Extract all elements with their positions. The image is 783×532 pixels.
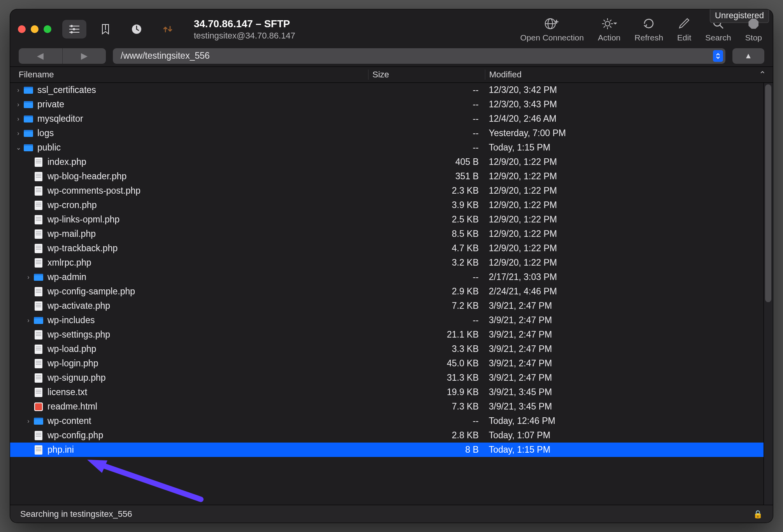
table-row[interactable]: ›private--12/3/20, 3:43 PM (10, 97, 773, 112)
zoom-icon[interactable] (44, 25, 51, 33)
disclosure-icon[interactable]: › (13, 87, 23, 94)
file-icon (33, 172, 44, 182)
lock-icon: 🔒 (753, 509, 763, 519)
toggle-sidebar-icon[interactable] (62, 20, 86, 38)
disclosure-icon[interactable]: › (13, 116, 23, 122)
table-row[interactable]: ›wp-content--Today, 12:46 PM (10, 414, 773, 428)
table-row[interactable]: ›ssl_certificates--12/3/20, 3:42 PM (10, 83, 773, 97)
history-icon[interactable] (125, 20, 149, 38)
file-size: -- (368, 99, 485, 110)
col-filename[interactable]: Filename (10, 70, 368, 80)
path-bar: ◀ ▶ /www/testingsitex_556 ▲ (10, 49, 773, 66)
table-row[interactable]: ›mysqleditor--12/4/20, 2:46 AM (10, 112, 773, 126)
file-modified: 12/4/20, 2:46 AM (485, 114, 773, 124)
table-row[interactable]: wp-config-sample.php2.9 KB2/24/21, 4:46 … (10, 284, 773, 299)
file-icon (33, 215, 44, 225)
file-name: php.ini (47, 444, 368, 455)
file-size: -- (368, 128, 485, 138)
open-connection-button[interactable]: Open Connection (520, 16, 584, 42)
table-row[interactable]: wp-trackback.php4.7 KB12/9/20, 1:22 PM (10, 241, 773, 256)
table-row[interactable]: wp-cron.php3.9 KB12/9/20, 1:22 PM (10, 198, 773, 212)
file-size: 2.9 KB (368, 286, 485, 297)
table-row[interactable]: wp-signup.php31.3 KB3/9/21, 2:47 PM (10, 371, 773, 385)
file-size: 21.1 KB (368, 329, 485, 340)
path-field[interactable]: /www/testingsitex_556 (113, 48, 725, 64)
file-icon (33, 359, 44, 369)
file-modified: 12/9/20, 1:22 PM (485, 157, 773, 167)
go-up-button[interactable]: ▲ (732, 48, 764, 64)
file-modified: 3/9/21, 3:45 PM (485, 401, 773, 412)
file-modified: 12/9/20, 1:22 PM (485, 229, 773, 239)
file-name: private (37, 99, 368, 110)
nav-forward-button[interactable]: ▶ (63, 48, 106, 64)
transfers-icon[interactable] (156, 20, 180, 38)
disclosure-icon[interactable]: › (13, 130, 23, 137)
file-size: -- (368, 416, 485, 426)
col-modified[interactable]: Modified ⌃ (485, 70, 773, 80)
file-size: 8.5 KB (368, 229, 485, 239)
table-row[interactable]: xmlrpc.php3.2 KB12/9/20, 1:22 PM (10, 256, 773, 270)
file-size: 351 B (368, 171, 485, 182)
file-size: 31.3 KB (368, 373, 485, 383)
file-icon (33, 258, 44, 268)
file-size: 4.7 KB (368, 243, 485, 254)
table-row[interactable]: wp-config.php2.8 KBToday, 1:07 PM (10, 428, 773, 443)
file-size: 3.2 KB (368, 257, 485, 268)
table-row[interactable]: ›wp-admin--2/17/21, 3:03 PM (10, 270, 773, 284)
file-name: logs (37, 128, 368, 138)
table-row[interactable]: wp-links-opml.php2.5 KB12/9/20, 1:22 PM (10, 212, 773, 227)
table-row[interactable]: wp-settings.php21.1 KB3/9/21, 2:47 PM (10, 327, 773, 342)
refresh-button[interactable]: Refresh (635, 16, 664, 42)
edit-button[interactable]: Edit (677, 16, 691, 42)
html-file-icon (33, 402, 44, 412)
file-modified: 3/9/21, 2:47 PM (485, 329, 773, 340)
table-row[interactable]: license.txt19.9 KB3/9/21, 3:45 PM (10, 385, 773, 399)
svg-line-23 (720, 25, 723, 28)
disclosure-icon[interactable]: › (23, 317, 33, 324)
nav-back-forward: ◀ ▶ (19, 48, 106, 64)
table-row[interactable]: ›wp-includes--3/9/21, 2:47 PM (10, 313, 773, 327)
file-modified: 12/9/20, 1:22 PM (485, 257, 773, 268)
disclosure-icon[interactable]: › (23, 418, 33, 425)
scrollbar-thumb[interactable] (765, 84, 771, 302)
file-modified: 12/9/20, 1:22 PM (485, 200, 773, 210)
table-row[interactable]: wp-login.php45.0 KB3/9/21, 2:47 PM (10, 356, 773, 371)
col-size[interactable]: Size (368, 70, 485, 80)
file-name: index.php (47, 157, 368, 167)
table-row[interactable]: php.ini8 BToday, 1:15 PM (10, 443, 773, 457)
file-name: wp-settings.php (47, 329, 368, 340)
scrollbar-track[interactable] (764, 83, 773, 505)
disclosure-icon[interactable]: › (23, 274, 33, 281)
bookmarks-icon[interactable] (93, 20, 118, 38)
disclosure-icon[interactable]: › (13, 101, 23, 108)
status-bar: Searching in testingsitex_556 🔒 (10, 505, 773, 523)
table-row[interactable]: ⌄public--Today, 1:15 PM (10, 140, 773, 155)
table-row[interactable]: wp-activate.php7.2 KB3/9/21, 2:47 PM (10, 299, 773, 313)
file-icon (33, 430, 44, 441)
file-modified: Today, 1:07 PM (485, 430, 773, 441)
col-modified-label: Modified (489, 70, 521, 80)
file-icon (33, 373, 44, 383)
close-icon[interactable] (18, 25, 26, 33)
folder-icon (33, 416, 44, 426)
file-name: public (37, 142, 368, 153)
svg-line-20 (604, 26, 605, 28)
file-name: wp-config.php (47, 430, 368, 441)
path-dropdown-icon[interactable] (713, 50, 723, 62)
svg-point-13 (605, 21, 610, 26)
file-size: 19.9 KB (368, 387, 485, 397)
table-row[interactable]: index.php405 B12/9/20, 1:22 PM (10, 155, 773, 169)
table-row[interactable]: ›logs--Yesterday, 7:00 PM (10, 126, 773, 140)
file-name: wp-login.php (47, 358, 368, 369)
file-modified: 2/17/21, 3:03 PM (485, 272, 773, 282)
table-row[interactable]: wp-blog-header.php351 B12/9/20, 1:22 PM (10, 169, 773, 184)
minimize-icon[interactable] (31, 25, 39, 33)
nav-back-button[interactable]: ◀ (19, 48, 63, 64)
table-row[interactable]: wp-load.php3.3 KB3/9/21, 2:47 PM (10, 342, 773, 356)
table-row[interactable]: wp-comments-post.php2.3 KB12/9/20, 1:22 … (10, 184, 773, 198)
action-menu-button[interactable]: Action (598, 16, 620, 42)
table-row[interactable]: readme.html7.3 KB3/9/21, 3:45 PM (10, 399, 773, 414)
table-row[interactable]: wp-mail.php8.5 KB12/9/20, 1:22 PM (10, 227, 773, 241)
disclosure-icon[interactable]: ⌄ (13, 144, 23, 151)
file-size: -- (368, 85, 485, 95)
